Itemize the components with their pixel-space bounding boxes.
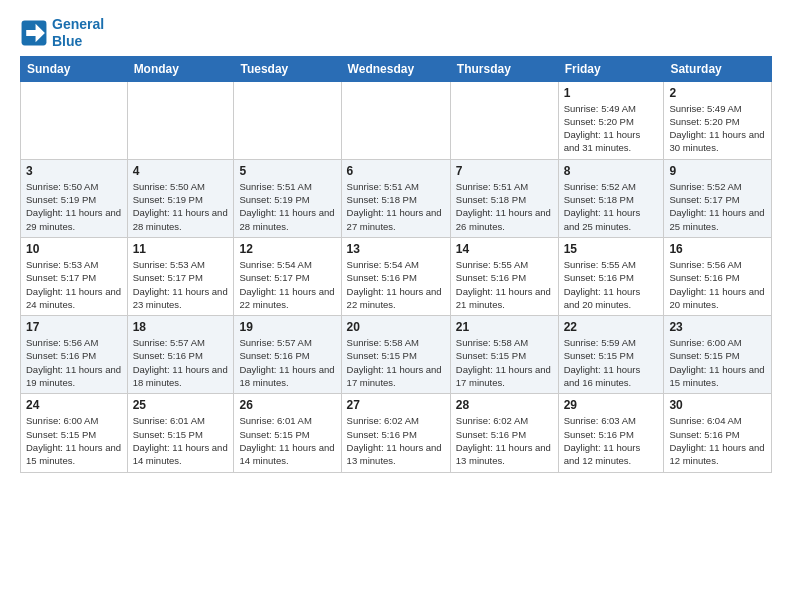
day-number: 29 [564,398,659,412]
calendar-cell: 9Sunrise: 5:52 AMSunset: 5:17 PMDaylight… [664,159,772,237]
day-number: 22 [564,320,659,334]
calendar-cell: 2Sunrise: 5:49 AMSunset: 5:20 PMDaylight… [664,81,772,159]
day-info: Sunrise: 5:51 AMSunset: 5:18 PMDaylight:… [347,180,445,233]
calendar-cell: 10Sunrise: 5:53 AMSunset: 5:17 PMDayligh… [21,237,128,315]
day-info: Sunrise: 6:01 AMSunset: 5:15 PMDaylight:… [239,414,335,467]
day-info: Sunrise: 5:58 AMSunset: 5:15 PMDaylight:… [347,336,445,389]
day-number: 6 [347,164,445,178]
day-number: 25 [133,398,229,412]
calendar-cell: 29Sunrise: 6:03 AMSunset: 5:16 PMDayligh… [558,394,664,472]
calendar-cell: 30Sunrise: 6:04 AMSunset: 5:16 PMDayligh… [664,394,772,472]
day-number: 18 [133,320,229,334]
day-info: Sunrise: 6:00 AMSunset: 5:15 PMDaylight:… [26,414,122,467]
calendar-cell: 20Sunrise: 5:58 AMSunset: 5:15 PMDayligh… [341,316,450,394]
day-number: 23 [669,320,766,334]
day-number: 20 [347,320,445,334]
logo-text: General Blue [52,16,104,50]
weekday-header-friday: Friday [558,56,664,81]
day-info: Sunrise: 6:03 AMSunset: 5:16 PMDaylight:… [564,414,659,467]
calendar-cell [234,81,341,159]
calendar-cell: 17Sunrise: 5:56 AMSunset: 5:16 PMDayligh… [21,316,128,394]
day-number: 27 [347,398,445,412]
day-number: 2 [669,86,766,100]
calendar-cell: 18Sunrise: 5:57 AMSunset: 5:16 PMDayligh… [127,316,234,394]
calendar-header-row: SundayMondayTuesdayWednesdayThursdayFrid… [21,56,772,81]
day-number: 14 [456,242,553,256]
calendar-cell: 23Sunrise: 6:00 AMSunset: 5:15 PMDayligh… [664,316,772,394]
day-info: Sunrise: 5:59 AMSunset: 5:15 PMDaylight:… [564,336,659,389]
day-number: 21 [456,320,553,334]
calendar-week-row: 17Sunrise: 5:56 AMSunset: 5:16 PMDayligh… [21,316,772,394]
day-info: Sunrise: 6:00 AMSunset: 5:15 PMDaylight:… [669,336,766,389]
day-info: Sunrise: 5:53 AMSunset: 5:17 PMDaylight:… [133,258,229,311]
calendar-cell: 1Sunrise: 5:49 AMSunset: 5:20 PMDaylight… [558,81,664,159]
calendar-cell: 28Sunrise: 6:02 AMSunset: 5:16 PMDayligh… [450,394,558,472]
calendar-cell: 22Sunrise: 5:59 AMSunset: 5:15 PMDayligh… [558,316,664,394]
day-info: Sunrise: 5:55 AMSunset: 5:16 PMDaylight:… [456,258,553,311]
day-number: 1 [564,86,659,100]
day-number: 19 [239,320,335,334]
calendar-week-row: 3Sunrise: 5:50 AMSunset: 5:19 PMDaylight… [21,159,772,237]
day-info: Sunrise: 5:49 AMSunset: 5:20 PMDaylight:… [564,102,659,155]
day-number: 26 [239,398,335,412]
calendar-cell: 25Sunrise: 6:01 AMSunset: 5:15 PMDayligh… [127,394,234,472]
day-number: 28 [456,398,553,412]
calendar-cell: 12Sunrise: 5:54 AMSunset: 5:17 PMDayligh… [234,237,341,315]
calendar-cell: 24Sunrise: 6:00 AMSunset: 5:15 PMDayligh… [21,394,128,472]
calendar-week-row: 1Sunrise: 5:49 AMSunset: 5:20 PMDaylight… [21,81,772,159]
calendar-cell: 19Sunrise: 5:57 AMSunset: 5:16 PMDayligh… [234,316,341,394]
day-number: 3 [26,164,122,178]
day-info: Sunrise: 5:51 AMSunset: 5:19 PMDaylight:… [239,180,335,233]
day-number: 16 [669,242,766,256]
calendar-cell: 16Sunrise: 5:56 AMSunset: 5:16 PMDayligh… [664,237,772,315]
day-number: 24 [26,398,122,412]
calendar-week-row: 24Sunrise: 6:00 AMSunset: 5:15 PMDayligh… [21,394,772,472]
calendar-cell [341,81,450,159]
weekday-header-tuesday: Tuesday [234,56,341,81]
day-info: Sunrise: 5:55 AMSunset: 5:16 PMDaylight:… [564,258,659,311]
calendar-cell: 13Sunrise: 5:54 AMSunset: 5:16 PMDayligh… [341,237,450,315]
day-info: Sunrise: 6:01 AMSunset: 5:15 PMDaylight:… [133,414,229,467]
calendar-cell: 3Sunrise: 5:50 AMSunset: 5:19 PMDaylight… [21,159,128,237]
day-number: 30 [669,398,766,412]
calendar-cell: 21Sunrise: 5:58 AMSunset: 5:15 PMDayligh… [450,316,558,394]
logo: General Blue [20,16,104,50]
day-info: Sunrise: 5:57 AMSunset: 5:16 PMDaylight:… [239,336,335,389]
calendar-cell: 14Sunrise: 5:55 AMSunset: 5:16 PMDayligh… [450,237,558,315]
day-number: 7 [456,164,553,178]
calendar-cell: 26Sunrise: 6:01 AMSunset: 5:15 PMDayligh… [234,394,341,472]
day-number: 11 [133,242,229,256]
calendar-cell: 6Sunrise: 5:51 AMSunset: 5:18 PMDaylight… [341,159,450,237]
calendar-cell: 27Sunrise: 6:02 AMSunset: 5:16 PMDayligh… [341,394,450,472]
day-number: 13 [347,242,445,256]
day-info: Sunrise: 5:58 AMSunset: 5:15 PMDaylight:… [456,336,553,389]
calendar-cell [450,81,558,159]
calendar-week-row: 10Sunrise: 5:53 AMSunset: 5:17 PMDayligh… [21,237,772,315]
calendar-cell: 5Sunrise: 5:51 AMSunset: 5:19 PMDaylight… [234,159,341,237]
day-number: 5 [239,164,335,178]
calendar-cell: 4Sunrise: 5:50 AMSunset: 5:19 PMDaylight… [127,159,234,237]
day-number: 4 [133,164,229,178]
day-info: Sunrise: 5:56 AMSunset: 5:16 PMDaylight:… [669,258,766,311]
day-number: 9 [669,164,766,178]
day-number: 17 [26,320,122,334]
weekday-header-sunday: Sunday [21,56,128,81]
calendar-cell: 7Sunrise: 5:51 AMSunset: 5:18 PMDaylight… [450,159,558,237]
weekday-header-saturday: Saturday [664,56,772,81]
calendar-cell: 11Sunrise: 5:53 AMSunset: 5:17 PMDayligh… [127,237,234,315]
calendar-table: SundayMondayTuesdayWednesdayThursdayFrid… [20,56,772,473]
day-info: Sunrise: 5:53 AMSunset: 5:17 PMDaylight:… [26,258,122,311]
day-info: Sunrise: 5:57 AMSunset: 5:16 PMDaylight:… [133,336,229,389]
calendar-cell: 8Sunrise: 5:52 AMSunset: 5:18 PMDaylight… [558,159,664,237]
day-info: Sunrise: 6:02 AMSunset: 5:16 PMDaylight:… [347,414,445,467]
page-header: General Blue [20,16,772,50]
day-number: 10 [26,242,122,256]
day-number: 8 [564,164,659,178]
calendar-cell [127,81,234,159]
weekday-header-thursday: Thursday [450,56,558,81]
weekday-header-wednesday: Wednesday [341,56,450,81]
day-info: Sunrise: 5:50 AMSunset: 5:19 PMDaylight:… [26,180,122,233]
day-info: Sunrise: 6:04 AMSunset: 5:16 PMDaylight:… [669,414,766,467]
calendar-cell [21,81,128,159]
day-info: Sunrise: 5:52 AMSunset: 5:18 PMDaylight:… [564,180,659,233]
